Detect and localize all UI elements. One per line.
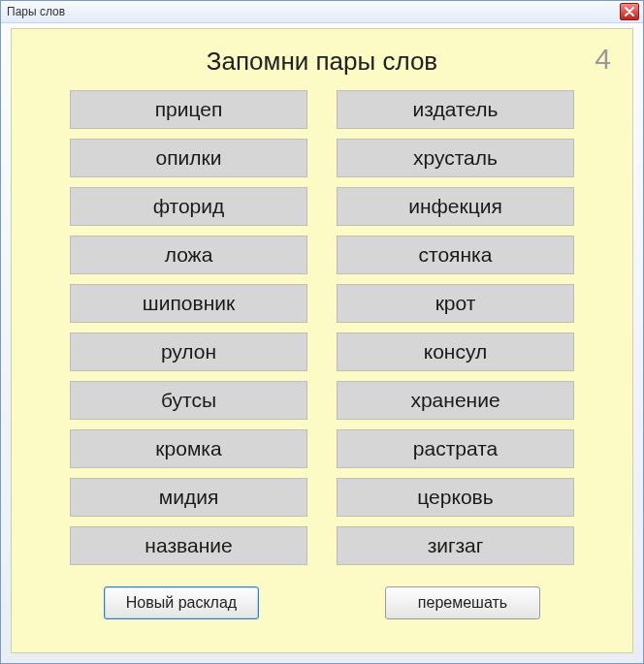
word-left-0[interactable]: прицеп [70, 90, 307, 129]
titlebar: Пары слов [1, 1, 643, 23]
word-right-4[interactable]: крот [337, 284, 574, 323]
window-title: Пары слов [7, 5, 65, 18]
header: Запомни пары слов 4 [29, 47, 615, 77]
word-right-5[interactable]: консул [337, 332, 574, 371]
word-right-6[interactable]: хранение [337, 381, 574, 420]
close-icon [625, 7, 634, 16]
word-left-6[interactable]: бутсы [70, 381, 307, 420]
word-right-8[interactable]: церковь [337, 478, 574, 517]
word-right-7[interactable]: растрата [337, 429, 574, 468]
client-area: Запомни пары слов 4 прицеп опилки фторид… [11, 28, 633, 653]
word-left-5[interactable]: рулон [70, 332, 307, 371]
word-left-7[interactable]: кромка [70, 429, 307, 468]
word-right-1[interactable]: хрусталь [337, 139, 574, 177]
page-title: Запомни пары слов [207, 47, 437, 76]
left-column: прицеп опилки фторид ложа шиповник рулон… [70, 90, 307, 565]
word-left-4[interactable]: шиповник [70, 284, 307, 323]
word-right-0[interactable]: издатель [337, 90, 574, 129]
countdown-counter: 4 [595, 43, 611, 76]
word-columns: прицеп опилки фторид ложа шиповник рулон… [29, 90, 615, 565]
word-left-8[interactable]: мидия [70, 478, 307, 517]
shuffle-button[interactable]: перемешать [385, 586, 540, 619]
word-left-1[interactable]: опилки [70, 139, 307, 177]
app-window: Пары слов Запомни пары слов 4 прицеп опи… [0, 0, 644, 664]
close-button[interactable] [620, 3, 639, 20]
word-left-2[interactable]: фторид [70, 187, 307, 226]
word-left-3[interactable]: ложа [70, 236, 307, 274]
footer: Новый расклад перемешать [29, 586, 615, 619]
word-right-2[interactable]: инфекция [337, 187, 574, 226]
word-right-9[interactable]: зигзаг [337, 526, 574, 565]
word-right-3[interactable]: стоянка [337, 236, 574, 274]
new-deal-button[interactable]: Новый расклад [104, 586, 259, 619]
word-left-9[interactable]: название [70, 526, 307, 565]
right-column: издатель хрусталь инфекция стоянка крот … [337, 90, 574, 565]
